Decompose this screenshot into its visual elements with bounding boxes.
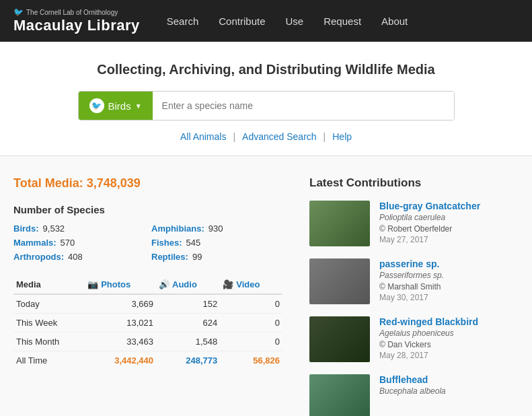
main-nav: Search Contribute Use Request About [167, 15, 408, 27]
cornell-label: The Cornell Lab of Ornithology [26, 9, 118, 16]
contrib-latin-name: Passeriformes sp. [379, 271, 519, 280]
hero-section: Collecting, Archiving, and Distributing … [0, 42, 532, 156]
period-cell: This Month [13, 333, 85, 351]
contrib-image [309, 316, 370, 362]
video-cell: 0 [220, 333, 282, 351]
contributions-list: Blue-gray Gnatcatcher Polioptila caerule… [309, 201, 519, 416]
total-media: Total Media: 3,748,039 [13, 176, 282, 190]
photos-cell: 3,669 [85, 294, 156, 314]
audio-cell: 624 [156, 314, 220, 333]
image-placeholder [309, 316, 370, 362]
separator-1: | [233, 131, 235, 142]
species-amphibians-count: 930 [208, 223, 223, 234]
species-section: Number of Species Birds: 9,532 Amphibian… [13, 204, 282, 262]
contrib-author: © Robert Oberfelder [379, 224, 519, 234]
photos-cell: 33,463 [85, 333, 156, 351]
species-arthropods: Arthropods: 408 [13, 252, 145, 262]
species-amphibians-link[interactable]: Amphibians: [151, 223, 204, 234]
audio-cell: 248,773 [156, 351, 220, 370]
help-link[interactable]: Help [332, 131, 352, 142]
contrib-date: May 27, 2017 [379, 235, 519, 244]
advanced-search-link[interactable]: Advanced Search [242, 131, 317, 142]
image-placeholder [309, 374, 370, 416]
camera-icon: 📷 [87, 279, 98, 289]
species-fishes: Fishes: 545 [151, 238, 282, 248]
period-cell: Today [13, 294, 85, 314]
species-search-input[interactable] [153, 92, 454, 120]
list-item: Bufflehead Bucephala albeola [309, 374, 519, 416]
nav-use[interactable]: Use [286, 15, 304, 27]
total-media-value: 3,748,039 [87, 176, 141, 190]
search-bar: 🐦 Birds ▼ [78, 91, 455, 120]
separator-2: | [324, 131, 326, 142]
species-arthropods-link[interactable]: Arthropods: [13, 252, 64, 262]
species-fishes-link[interactable]: Fishes: [151, 238, 182, 248]
contrib-date: May 28, 2017 [379, 351, 519, 360]
contrib-info: Bufflehead Bucephala albeola [379, 374, 519, 416]
nav-request[interactable]: Request [324, 15, 361, 27]
birds-logo: 🐦 [89, 98, 104, 113]
species-fishes-count: 545 [186, 238, 201, 248]
contrib-image [309, 258, 370, 304]
contrib-species-name[interactable]: Red-winged Blackbird [379, 316, 478, 327]
logo-top: 🐦 The Cornell Lab of Ornithology [13, 7, 140, 17]
nav-search[interactable]: Search [167, 15, 199, 27]
species-amphibians: Amphibians: 930 [151, 223, 282, 234]
audio-icon: 🔊 [159, 279, 169, 289]
contrib-species-name[interactable]: passerine sp. [379, 258, 440, 269]
video-cell: 0 [220, 294, 282, 314]
birds-dropdown-button[interactable]: 🐦 Birds ▼ [79, 92, 153, 120]
video-cell: 56,826 [220, 351, 282, 370]
image-placeholder [309, 201, 370, 246]
species-grid: Birds: 9,532 Amphibians: 930 Mammals: 57… [13, 223, 282, 262]
col-photos: 📷Photos [85, 275, 156, 294]
birds-label: Birds [108, 100, 131, 112]
contrib-species-name[interactable]: Bufflehead [379, 374, 428, 385]
species-heading: Number of Species [13, 204, 282, 215]
list-item: Blue-gray Gnatcatcher Polioptila caerule… [309, 201, 519, 246]
contrib-latin-name: Agelaius phoeniceus [379, 328, 519, 338]
species-mammals-link[interactable]: Mammals: [13, 238, 56, 248]
contributions-panel: Latest Contributions Blue-gray Gnatcatch… [309, 176, 519, 416]
species-birds-count: 9,532 [43, 223, 65, 234]
contrib-species-name[interactable]: Blue-gray Gnatcatcher [379, 201, 480, 211]
nav-about[interactable]: About [381, 15, 408, 27]
species-reptiles-link[interactable]: Reptiles: [151, 252, 188, 262]
audio-cell: 152 [156, 294, 220, 314]
all-animals-link[interactable]: All Animals [180, 131, 226, 142]
nav-contribute[interactable]: Contribute [219, 15, 265, 27]
site-title: Macaulay Library [13, 17, 140, 34]
total-media-label: Total Media: [13, 176, 83, 190]
photos-cell: 13,021 [85, 314, 156, 333]
table-row: All Time 3,442,440 248,773 56,826 [13, 351, 282, 370]
contrib-info: Blue-gray Gnatcatcher Polioptila caerule… [379, 201, 519, 246]
species-birds-link[interactable]: Birds: [13, 223, 39, 234]
main-content: Total Media: 3,748,039 Number of Species… [0, 156, 532, 416]
contrib-author: © Marshall Smith [379, 282, 519, 291]
header: 🐦 The Cornell Lab of Ornithology Macaula… [0, 0, 532, 42]
species-mammals: Mammals: 570 [13, 238, 145, 248]
species-reptiles: Reptiles: 99 [151, 252, 282, 262]
list-item: Red-winged Blackbird Agelaius phoeniceus… [309, 316, 519, 362]
species-arthropods-count: 408 [68, 252, 83, 262]
bird-logo-icon: 🐦 [91, 101, 102, 110]
chevron-down-icon: ▼ [135, 102, 142, 110]
contrib-date: May 30, 2017 [379, 293, 519, 302]
period-cell: This Week [13, 314, 85, 333]
video-icon: 🎥 [223, 279, 233, 289]
logo-area: 🐦 The Cornell Lab of Ornithology Macaula… [13, 7, 140, 34]
species-mammals-count: 570 [61, 238, 75, 248]
image-placeholder [309, 258, 370, 304]
search-links: All Animals | Advanced Search | Help [13, 131, 519, 142]
table-row: Today 3,669 152 0 [13, 294, 282, 314]
hero-title: Collecting, Archiving, and Distributing … [13, 62, 519, 77]
contrib-info: Red-winged Blackbird Agelaius phoeniceus… [379, 316, 519, 362]
col-audio: 🔊Audio [156, 275, 220, 294]
species-reptiles-count: 99 [192, 252, 202, 262]
col-media: Media [13, 275, 85, 294]
contrib-image [309, 201, 370, 246]
audio-cell: 1,548 [156, 333, 220, 351]
contrib-author: © Dan Vickers [379, 340, 519, 349]
photos-cell: 3,442,440 [85, 351, 156, 370]
contrib-latin-name: Polioptila caerulea [379, 213, 519, 222]
